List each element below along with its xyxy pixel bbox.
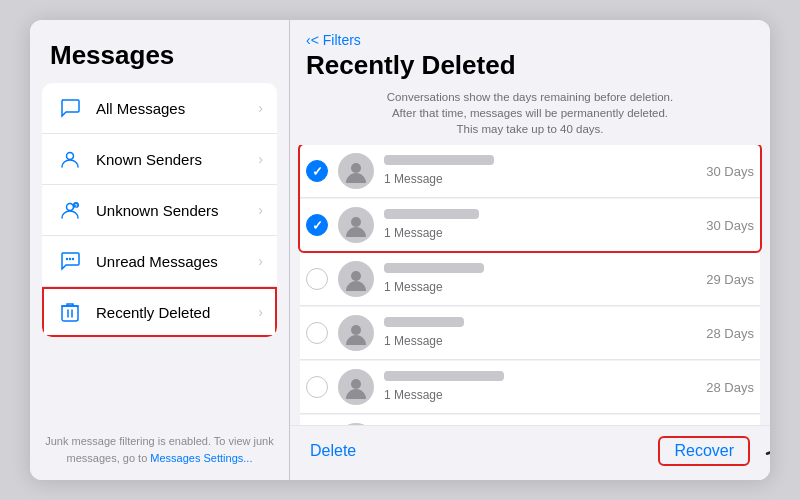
person-icon <box>56 145 84 173</box>
chat-icon <box>56 94 84 122</box>
chevron-icon: › <box>258 100 263 116</box>
filters-back-link[interactable]: ‹ < Filters <box>306 32 754 48</box>
message-count: 1 Message <box>384 388 443 402</box>
sidebar-label: Unread Messages <box>96 253 258 270</box>
message-count: 1 Message <box>384 172 443 186</box>
message-count: 1 Message <box>384 334 443 348</box>
svg-point-4 <box>66 258 68 260</box>
svg-point-14 <box>351 325 361 335</box>
messages-settings-link[interactable]: Messages Settings... <box>150 452 252 464</box>
svg-text:?: ? <box>75 203 78 209</box>
message-content: 1 Message <box>384 317 698 349</box>
recover-arrow-indicator: ➜ <box>760 436 770 467</box>
avatar <box>338 261 374 297</box>
footer-text: Junk message filtering is enabled. To vi… <box>30 423 289 480</box>
message-checkbox[interactable] <box>306 214 328 236</box>
days-remaining: 30 Days <box>706 218 754 233</box>
svg-point-12 <box>351 217 361 227</box>
sender-name-bar <box>384 371 504 381</box>
panel-title: Messages <box>30 20 289 83</box>
trash-icon <box>56 298 84 326</box>
avatar <box>338 315 374 351</box>
sender-name-bar <box>384 317 464 327</box>
sidebar-item-all-messages[interactable]: All Messages › <box>42 83 277 134</box>
recover-wrap: Recover ➜ <box>658 436 750 466</box>
avatar <box>338 207 374 243</box>
right-header: ‹ < Filters Recently Deleted <box>290 20 770 85</box>
message-item[interactable]: 1 Message 28 Days <box>300 307 760 360</box>
sidebar-item-unknown-senders[interactable]: ? Unknown Senders › <box>42 185 277 236</box>
chevron-icon: › <box>258 253 263 269</box>
avatar <box>338 153 374 189</box>
menu-list: All Messages › Known Senders › <box>42 83 277 337</box>
svg-point-1 <box>67 204 74 211</box>
right-panel-title: Recently Deleted <box>306 50 754 81</box>
svg-point-11 <box>351 163 361 173</box>
sidebar-label: Recently Deleted <box>96 304 258 321</box>
chevron-icon: › <box>258 151 263 167</box>
svg-rect-7 <box>62 306 78 321</box>
right-panel: ‹ < Filters Recently Deleted Conversatio… <box>290 20 770 480</box>
footer-bar: Delete Recover ➜ <box>290 425 770 480</box>
avatar <box>338 369 374 405</box>
messages-list: 1 Message 30 Days 1 Message <box>290 145 770 425</box>
message-checkbox[interactable] <box>306 268 328 290</box>
person-unknown-icon: ? <box>56 196 84 224</box>
days-remaining: 28 Days <box>706 380 754 395</box>
svg-point-0 <box>67 153 74 160</box>
message-item[interactable]: 1 Message 28 Days <box>300 361 760 414</box>
message-content: 1 Message <box>384 209 698 241</box>
sidebar-item-unread-messages[interactable]: Unread Messages › <box>42 236 277 287</box>
svg-point-15 <box>351 379 361 389</box>
sidebar-label: All Messages <box>96 100 258 117</box>
svg-point-6 <box>72 258 74 260</box>
svg-point-5 <box>69 258 71 260</box>
recover-button[interactable]: Recover <box>658 436 750 466</box>
sender-name-bar <box>384 155 494 165</box>
message-count: 1 Message <box>384 226 443 240</box>
days-remaining: 30 Days <box>706 164 754 179</box>
svg-point-13 <box>351 271 361 281</box>
sender-name-bar <box>384 263 484 273</box>
sidebar-item-known-senders[interactable]: Known Senders › <box>42 134 277 185</box>
chevron-icon: › <box>258 202 263 218</box>
days-remaining: 28 Days <box>706 326 754 341</box>
message-count: 1 Message <box>384 280 443 294</box>
sidebar-item-recently-deleted[interactable]: Recently Deleted › ➜ <box>42 287 277 337</box>
message-checkbox[interactable] <box>306 322 328 344</box>
message-content: 1 Message <box>384 371 698 403</box>
message-item[interactable]: 1 Message 30 Days <box>300 199 760 251</box>
chat-unread-icon <box>56 247 84 275</box>
message-item[interactable]: 6 Messages 28 Days <box>300 415 760 425</box>
selected-messages-group: 1 Message 30 Days 1 Message <box>300 145 760 251</box>
message-item[interactable]: 1 Message 29 Days <box>300 253 760 306</box>
chevron-icon: › <box>258 304 263 320</box>
sidebar-label: Known Senders <box>96 151 258 168</box>
message-item[interactable]: 1 Message 30 Days <box>300 145 760 198</box>
message-content: 1 Message <box>384 263 698 295</box>
message-content: 1 Message <box>384 155 698 187</box>
message-checkbox[interactable] <box>306 160 328 182</box>
days-remaining: 29 Days <box>706 272 754 287</box>
sender-name-bar <box>384 209 479 219</box>
subtitle-text: Conversations show the days remaining be… <box>310 89 750 137</box>
left-panel: Messages All Messages › <box>30 20 290 480</box>
delete-button[interactable]: Delete <box>310 442 356 460</box>
message-checkbox[interactable] <box>306 376 328 398</box>
sidebar-label: Unknown Senders <box>96 202 258 219</box>
